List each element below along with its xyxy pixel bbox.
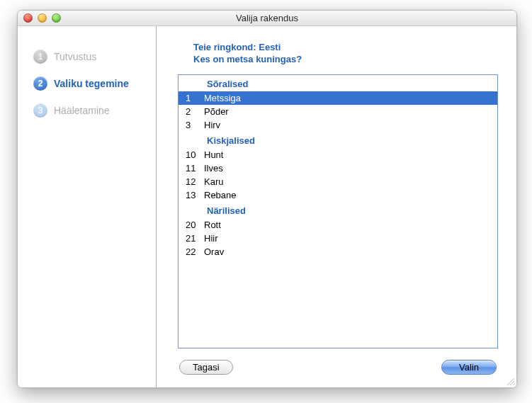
item-label: Rott xyxy=(204,220,221,230)
minimize-icon[interactable] xyxy=(38,13,47,23)
item-label: Rebane xyxy=(204,190,237,200)
list-item[interactable]: 1Metssiga xyxy=(179,91,497,105)
list-item[interactable]: 12Karu xyxy=(179,175,497,188)
zoom-icon[interactable] xyxy=(52,13,61,23)
item-label: Metssiga xyxy=(204,93,241,103)
step-label: Hääletamine xyxy=(54,105,110,116)
item-label: Karu xyxy=(204,176,223,187)
window-title: Valija rakendus xyxy=(18,13,516,23)
item-number: 22 xyxy=(186,246,204,257)
item-label: Ilves xyxy=(204,163,223,174)
region-value: Eesti xyxy=(259,42,281,52)
item-label: Põder xyxy=(204,106,229,117)
item-number: 2 xyxy=(186,106,204,117)
item-number: 10 xyxy=(186,149,204,160)
item-number: 3 xyxy=(186,120,204,130)
list-item[interactable]: 2Põder xyxy=(179,105,497,118)
step-1[interactable]: 1Tutvustus xyxy=(18,43,156,70)
group-header: Kiskjalised xyxy=(179,132,497,148)
item-number: 21 xyxy=(186,233,204,244)
step-badge: 2 xyxy=(33,76,47,91)
item-label: Hunt xyxy=(204,149,223,160)
window-controls xyxy=(18,13,61,23)
group-header: Närilised xyxy=(179,202,497,218)
step-label: Tutvustus xyxy=(54,51,96,62)
titlebar: Valija rakendus xyxy=(18,11,516,26)
candidate-listbox[interactable]: Sõralised1Metssiga2Põder3HirvKiskjalised… xyxy=(178,74,498,348)
item-number: 11 xyxy=(186,163,204,174)
resize-handle-icon[interactable] xyxy=(505,376,515,386)
list-item[interactable]: 10Hunt xyxy=(179,148,497,161)
list-item[interactable]: 13Rebane xyxy=(179,188,497,202)
step-2[interactable]: 2Valiku tegemine xyxy=(18,70,156,97)
region-line: Teie ringkond: Eesti xyxy=(193,42,498,52)
select-button[interactable]: Valin xyxy=(441,360,497,375)
question-text: Kes on metsa kuningas? xyxy=(193,54,498,64)
list-item[interactable]: 20Rott xyxy=(179,218,497,232)
step-badge: 1 xyxy=(33,50,47,64)
list-item[interactable]: 21Hiir xyxy=(179,232,497,245)
item-label: Orav xyxy=(204,246,224,257)
step-badge: 3 xyxy=(33,103,47,118)
svg-line-2 xyxy=(513,384,514,385)
back-button[interactable]: Tagasi xyxy=(179,360,233,375)
step-label: Valiku tegemine xyxy=(54,78,129,89)
item-number: 20 xyxy=(186,220,204,230)
close-icon[interactable] xyxy=(23,13,33,23)
item-number: 1 xyxy=(186,93,204,103)
item-number: 13 xyxy=(186,190,204,200)
sidebar: 1Tutvustus2Valiku tegemine3Hääletamine xyxy=(18,26,157,387)
list-item[interactable]: 3Hirv xyxy=(179,118,497,132)
group-header: Sõralised xyxy=(179,75,497,91)
item-number: 12 xyxy=(186,176,204,187)
item-label: Hiir xyxy=(204,233,218,244)
list-item[interactable]: 11Ilves xyxy=(179,161,497,175)
list-item[interactable]: 22Orav xyxy=(179,245,497,259)
step-3[interactable]: 3Hääletamine xyxy=(18,97,156,124)
app-window: Valija rakendus 1Tutvustus2Valiku tegemi… xyxy=(17,10,517,388)
button-bar: Tagasi Valin xyxy=(178,360,498,375)
window-body: 1Tutvustus2Valiku tegemine3Hääletamine T… xyxy=(18,26,516,387)
item-label: Hirv xyxy=(204,120,220,130)
region-label: Teie ringkond: xyxy=(193,42,256,52)
main-panel: Teie ringkond: Eesti Kes on metsa kuning… xyxy=(157,26,516,387)
